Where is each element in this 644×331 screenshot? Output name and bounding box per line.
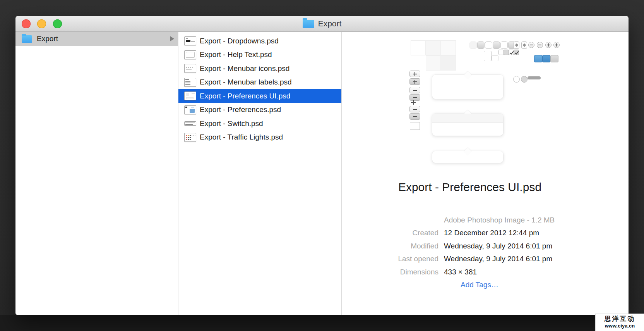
meta-row: Created12 December 2012 12:44 pm — [342, 229, 629, 241]
meta-value: Wednesday, 9 July 2014 6:01 pm — [444, 242, 552, 250]
close-button[interactable] — [22, 19, 31, 28]
popover-shape — [432, 151, 503, 163]
minus-circle-icon — [528, 42, 534, 48]
add-tags-row: Add Tags… — [342, 281, 629, 293]
file-name: Export - Menubar icons.psd — [200, 64, 289, 73]
checkbox-checked-icon — [509, 50, 514, 55]
sidebar-item-label: Export — [37, 34, 58, 43]
file-name: Export - Switch.psd — [200, 119, 263, 128]
column-files: Export - Dropdowns.psdExport - Help Text… — [178, 32, 342, 315]
meta-value: 12 December 2012 12:44 pm — [444, 229, 539, 237]
minus-button-icon — [409, 113, 420, 120]
meta-label: Created — [412, 229, 438, 237]
minimize-button[interactable] — [37, 19, 46, 28]
radio-icon — [521, 76, 528, 83]
meta-row: Dimensions433 × 381 — [342, 268, 629, 281]
menubar-icons-file-icon — [184, 64, 196, 73]
help-text-file-icon — [184, 50, 196, 59]
meta-value: 433 × 381 — [444, 268, 477, 276]
plus-circle-icon — [545, 42, 552, 48]
sidebar-item-export[interactable]: Export — [15, 32, 178, 46]
watermark: 思洋互动 www.ciya.cn — [596, 314, 644, 331]
file-row[interactable]: Export - Switch.psd — [178, 117, 341, 131]
meta-value: Wednesday, 9 July 2014 6:01 pm — [444, 255, 552, 263]
plus-button-icon — [409, 71, 420, 77]
file-row[interactable]: Export - Dropdowns.psd — [178, 34, 341, 48]
file-preview-thumbnail — [372, 38, 567, 166]
blue-button-icon — [542, 55, 550, 62]
file-row[interactable]: Export - Traffic Lights.psd — [178, 131, 341, 145]
meta-row: Last openedWednesday, 9 July 2014 6:01 p… — [342, 255, 629, 267]
watermark-url: www.ciya.cn — [596, 323, 644, 329]
chevron-right-icon — [170, 36, 174, 41]
checkbox-icon — [498, 50, 504, 55]
dropdowns-file-icon — [184, 36, 196, 45]
file-name: Export - Preferences.psd — [200, 105, 281, 114]
add-tags-link[interactable]: Add Tags… — [461, 281, 498, 289]
preview-filename: Export - Preferences UI.psd — [342, 181, 598, 194]
meta-label: Last opened — [398, 255, 438, 263]
gray-button-icon — [550, 55, 558, 62]
file-name: Export - Traffic Lights.psd — [200, 133, 283, 141]
plus-circle-icon — [553, 42, 560, 48]
minus-circle-icon — [537, 42, 543, 48]
stepper-icon — [521, 41, 527, 49]
window-title: Export — [318, 19, 342, 28]
file-name: Export - Menubar labels.psd — [200, 78, 292, 86]
desktop-background: Export Export Export - Dropdowns.psdExpo… — [0, 0, 644, 331]
folder-icon — [22, 35, 32, 43]
column-preview: Export - Preferences UI.psd Adobe Photos… — [342, 32, 629, 315]
switch-file-icon — [184, 121, 196, 126]
desktop-bottom-strip — [0, 315, 644, 331]
preferences-file-icon — [184, 105, 196, 114]
meta-label: Modified — [411, 242, 438, 250]
popover-shape — [432, 75, 503, 99]
checkbox-icon — [504, 50, 509, 55]
preview-info-details: Created12 December 2012 12:44 pmModified… — [342, 229, 629, 281]
meta-label: Dimensions — [400, 268, 438, 276]
file-row[interactable]: Export - Menubar icons.psd — [178, 62, 341, 76]
minus-button-icon — [409, 87, 420, 93]
watermark-text: 思洋互动 — [596, 315, 644, 323]
file-row[interactable]: Export - Preferences UI.psd — [178, 89, 341, 103]
preview-info: Adobe Photoshop Image - 1.2 MB Created12… — [342, 216, 629, 293]
column-browser: Export Export - Dropdowns.psdExport - He… — [15, 32, 629, 315]
title-bar[interactable]: Export — [15, 16, 629, 32]
plus-icon — [411, 100, 416, 105]
finder-window: Export Export Export - Dropdowns.psdExpo… — [15, 16, 629, 315]
blue-button-icon — [534, 55, 542, 62]
file-name: Export - Help Text.psd — [200, 50, 272, 59]
plus-button-icon — [409, 78, 420, 85]
file-row[interactable]: Export - Menubar labels.psd — [178, 76, 341, 90]
minus-button-icon — [409, 106, 420, 112]
popover-shape — [432, 114, 503, 136]
folder-icon — [303, 20, 314, 28]
file-kind-size: Adobe Photoshop Image - 1.2 MB — [444, 216, 555, 224]
kind-row: Adobe Photoshop Image - 1.2 MB — [342, 216, 629, 229]
file-row[interactable]: Export - Preferences.psd — [178, 103, 341, 117]
checkbox-checked-icon — [514, 50, 519, 55]
stepper-icon — [514, 41, 519, 49]
preferences-ui-file-icon — [184, 91, 196, 100]
radio-icon — [513, 76, 520, 83]
meta-row: ModifiedWednesday, 9 July 2014 6:01 pm — [342, 242, 629, 255]
zoom-button[interactable] — [53, 19, 62, 28]
slider-icon — [528, 76, 541, 79]
file-name: Export - Dropdowns.psd — [200, 37, 279, 45]
file-list: Export - Dropdowns.psdExport - Help Text… — [178, 32, 341, 144]
column-parent: Export — [15, 32, 178, 315]
file-name: Export - Preferences UI.psd — [200, 92, 290, 100]
menubar-labels-file-icon — [184, 78, 196, 87]
traffic-lights-file-icon — [184, 133, 196, 142]
file-row[interactable]: Export - Help Text.psd — [178, 48, 341, 62]
